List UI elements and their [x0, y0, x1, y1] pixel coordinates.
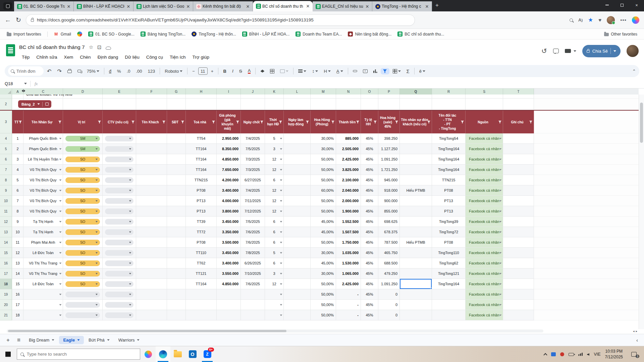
- bold-button[interactable]: B: [221, 67, 228, 75]
- zoom-icon[interactable]: [570, 18, 573, 22]
- table-header-don[interactable]: Tên nhân sự đón khách (nếu có): [400, 111, 432, 133]
- share-button[interactable]: Chia Sẻ: [582, 45, 621, 57]
- cell-nguon[interactable]: Facebook cá nhân: [466, 300, 503, 310]
- column-header-G[interactable]: G: [167, 88, 186, 95]
- cell-ten[interactable]: Tạ Thị Hạnh: [23, 217, 63, 227]
- cell-don[interactable]: [400, 268, 432, 279]
- cell-gia[interactable]: 7.650.000: [217, 165, 241, 175]
- cell-ngaylam[interactable]: [284, 310, 311, 320]
- cell-chot[interactable]: [241, 310, 265, 320]
- cell-gia[interactable]: 3.800.000: [217, 206, 241, 217]
- cell-toanha[interactable]: TT164: [186, 154, 217, 165]
- filter-funnel-icon[interactable]: [356, 121, 359, 123]
- font-size-input[interactable]: 11: [198, 67, 208, 75]
- cell[interactable]: [103, 95, 136, 99]
- print-button[interactable]: [65, 68, 74, 74]
- fill-color-button[interactable]: [258, 68, 267, 74]
- cell-chot[interactable]: 6/26/2025: [241, 258, 265, 268]
- cell-tyle[interactable]: 45%: [361, 258, 378, 268]
- cell-sdt[interactable]: [167, 196, 186, 206]
- chevron-down-icon[interactable]: [499, 138, 502, 139]
- cell-hhphong[interactable]: 50,00%: [311, 279, 336, 289]
- menu-tiện-ích[interactable]: Tiện ích: [167, 54, 189, 61]
- cell-ten[interactable]: Vũ Thị Bích Quy: [23, 175, 63, 185]
- cell-doitac[interactable]: TingTong164: [432, 144, 466, 154]
- cell-sdt[interactable]: [167, 310, 186, 320]
- table-header-nguon[interactable]: Nguồn: [466, 111, 503, 133]
- browser-tab[interactable]: EAGLE_Chỉ số hiệu suấ✕: [313, 1, 372, 11]
- chevron-down-icon[interactable]: [280, 210, 282, 212]
- cell-tt[interactable]: 9: [12, 217, 23, 227]
- cell[interactable]: [12, 95, 23, 99]
- filter-funnel-icon[interactable]: [461, 121, 464, 123]
- cell[interactable]: [186, 95, 217, 99]
- cell-tt[interactable]: 2: [12, 144, 23, 154]
- browser-essentials-icon[interactable]: ♥: [598, 17, 601, 23]
- row-header-4[interactable]: 4: [0, 133, 12, 144]
- cell-ten[interactable]: Lê Thị Huyền Trân: [23, 154, 63, 165]
- cell-sdt[interactable]: [167, 217, 186, 227]
- menu-xem[interactable]: Xem: [61, 54, 76, 61]
- minimize-button[interactable]: [600, 0, 614, 10]
- filter-funnel-icon[interactable]: [236, 121, 239, 123]
- chevron-down-icon[interactable]: [499, 262, 502, 264]
- cell[interactable]: [136, 95, 167, 99]
- cell-han[interactable]: [265, 310, 284, 320]
- cell-tyle[interactable]: 45%: [361, 279, 378, 289]
- cell-vitri[interactable]: SO: [63, 279, 103, 289]
- maximize-button[interactable]: [614, 0, 629, 10]
- dropdown-chip-vitri[interactable]: SO: [65, 157, 100, 162]
- cell-doitac[interactable]: [432, 289, 466, 300]
- copilot-icon[interactable]: [632, 16, 639, 24]
- cell-khach[interactable]: [136, 154, 167, 165]
- address-bar[interactable]: https://docs.google.com/spreadsheets/d/1…: [26, 14, 415, 26]
- cell-vitri[interactable]: SO: [63, 175, 103, 185]
- cell-sdt[interactable]: [167, 133, 186, 144]
- cell-doitac[interactable]: TingTong164: [432, 154, 466, 165]
- cell-chot[interactable]: 7/6/2025: [241, 279, 265, 289]
- dropdown-chip-vitri[interactable]: SM: [65, 146, 100, 152]
- chevron-down-icon[interactable]: [59, 179, 62, 181]
- sheet-tab-big-dream[interactable]: Big Dream: [25, 336, 58, 344]
- bookmark-item[interactable]: BC chỉ số doanh thu...: [395, 31, 447, 38]
- cell-ngaylam[interactable]: [284, 196, 311, 206]
- cell-sdt[interactable]: [167, 268, 186, 279]
- dropdown-chip-vitri[interactable]: SO: [65, 271, 100, 277]
- cell-toanha[interactable]: TT164: [186, 144, 217, 154]
- filter-funnel-icon[interactable]: [498, 121, 501, 123]
- cell-nguon[interactable]: Facebook cá nhân: [466, 227, 503, 237]
- cell-tyle[interactable]: 45%: [361, 133, 378, 144]
- cell-vitri[interactable]: [63, 289, 103, 300]
- dropdown-chip-vitri[interactable]: [65, 292, 100, 297]
- cell-doitac[interactable]: TingTong72: [432, 227, 466, 237]
- cell-ngaylam[interactable]: [284, 289, 311, 300]
- cell-tt[interactable]: 16: [12, 289, 23, 300]
- row-header-20[interactable]: 20: [0, 300, 12, 310]
- cell-tyle[interactable]: 45%: [361, 310, 378, 320]
- dropdown-chip-vitri[interactable]: [65, 312, 100, 318]
- cell-khach[interactable]: [136, 196, 167, 206]
- cell-toanha[interactable]: TT164: [186, 279, 217, 289]
- cell-don[interactable]: [400, 217, 432, 227]
- row-header-21[interactable]: 21: [0, 310, 12, 320]
- chevron-down-icon[interactable]: [280, 242, 282, 243]
- column-header-O[interactable]: O: [361, 88, 378, 95]
- cell-sdt[interactable]: [167, 144, 186, 154]
- cell-hhphong[interactable]: 30,00%: [311, 248, 336, 258]
- cell-hhsale[interactable]: 0: [378, 289, 400, 300]
- filter-funnel-icon[interactable]: [279, 121, 282, 123]
- table-header-doitac[interactable]: Tên đối tác - TTN - PT - TingTong: [432, 111, 466, 133]
- star-icon[interactable]: ☆: [89, 44, 93, 50]
- cell-toanha[interactable]: TT110: [186, 248, 217, 258]
- cell-tyle[interactable]: 45%: [361, 206, 378, 217]
- filter-funnel-icon[interactable]: [374, 121, 377, 123]
- cell-doitac[interactable]: TingTong39: [432, 217, 466, 227]
- menu-định-dạng[interactable]: Định dạng: [95, 54, 121, 61]
- row-header-8[interactable]: 8: [0, 175, 12, 185]
- cell-nguon[interactable]: Facebook cá nhân: [466, 196, 503, 206]
- cell-tien[interactable]: 2.100.000: [336, 175, 361, 185]
- cell-nguon[interactable]: Facebook cá nhân: [466, 206, 503, 217]
- cell-tt[interactable]: 18: [12, 310, 23, 320]
- tab-close-icon[interactable]: ✕: [424, 4, 430, 9]
- cell-ngaylam[interactable]: [284, 227, 311, 237]
